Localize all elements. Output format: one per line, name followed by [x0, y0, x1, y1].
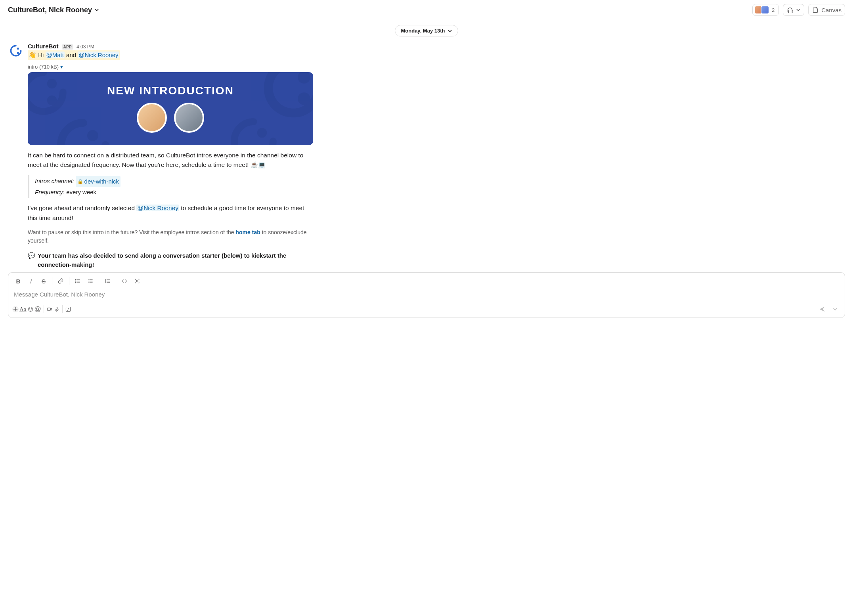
date-label: Monday, May 13th — [401, 28, 445, 34]
selected-prefix: I've gone ahead and randomly selected — [28, 205, 136, 211]
svg-point-9 — [257, 145, 267, 145]
member-count: 2 — [772, 7, 775, 13]
message-body: CultureBot APP 4:03 PM 👋 Hi @Matt and @N… — [28, 43, 845, 269]
video-icon — [46, 306, 53, 312]
send-options-button[interactable] — [830, 305, 841, 313]
emoji-button[interactable] — [27, 306, 34, 312]
message: CultureBot APP 4:03 PM 👋 Hi @Matt and @N… — [8, 43, 845, 269]
svg-point-2 — [47, 79, 57, 89]
date-pill[interactable]: Monday, May 13th — [395, 25, 458, 36]
svg-point-1 — [17, 52, 19, 54]
send-group — [815, 304, 841, 314]
svg-rect-17 — [56, 307, 57, 310]
conversation-starter: 💬 Your team has also decided to send alo… — [28, 251, 313, 270]
members-button[interactable]: 2 — [752, 4, 779, 16]
slash-box-icon — [65, 306, 71, 312]
chevron-down-icon — [833, 307, 838, 312]
sender-name[interactable]: CultureBot — [28, 43, 59, 50]
svg-point-8 — [257, 128, 267, 138]
composer-bottom-toolbar: Aa @ — [8, 302, 845, 318]
sender-avatar[interactable] — [8, 43, 24, 59]
code-button[interactable] — [119, 275, 130, 287]
canvas-label: Canvas — [821, 7, 842, 13]
chevron-down-icon — [94, 8, 99, 12]
svg-point-6 — [87, 130, 98, 141]
canvas-button[interactable]: Canvas — [808, 4, 845, 16]
shortcuts-button[interactable] — [65, 306, 71, 312]
frequency-value: : every week — [63, 189, 96, 195]
link-button[interactable] — [55, 275, 67, 287]
attachment-label[interactable]: intro (710 kB) ▾ — [28, 64, 845, 70]
mention-scheduler[interactable]: @Nick Rooney — [136, 205, 179, 211]
headphones-icon — [786, 6, 794, 13]
code-block-button[interactable] — [131, 275, 143, 287]
blockquote-button[interactable] — [101, 275, 113, 287]
mention-button[interactable]: @ — [34, 305, 41, 313]
toolbar-separator — [116, 277, 116, 285]
emoji-icon — [27, 306, 34, 312]
italic-button[interactable]: I — [25, 275, 37, 287]
channel-title-text: CultureBot, Nick Rooney — [8, 6, 92, 14]
intro-paragraph: It can be hard to connect on a distribut… — [28, 151, 313, 170]
blockquote-icon — [104, 278, 111, 284]
culturebot-logo-icon — [9, 44, 23, 58]
channel-name: dev-with-nick — [84, 176, 119, 187]
plus-icon — [12, 306, 19, 312]
link-icon — [57, 278, 64, 284]
home-tab-link[interactable]: home tab — [236, 229, 260, 235]
channel-title[interactable]: CultureBot, Nick Rooney — [8, 6, 99, 14]
composer-wrap: B I S — [0, 272, 853, 326]
huddle-button[interactable] — [783, 4, 804, 16]
toolbar-separator — [99, 277, 99, 285]
avatar — [761, 6, 769, 14]
svg-point-14 — [29, 308, 30, 309]
toolbar-separator — [62, 305, 63, 313]
code-icon — [121, 278, 128, 284]
channel-row: Intros channel: 🔒dev-with-nick — [35, 176, 845, 187]
ordered-list-icon — [75, 278, 81, 284]
caret-down-icon: ▾ — [60, 64, 63, 70]
quote-block: Intros channel: 🔒dev-with-nick Frequency… — [28, 175, 845, 198]
channel-header: CultureBot, Nick Rooney 2 Canvas — [0, 0, 853, 20]
intro-avatars — [137, 103, 204, 133]
channel-label: Intros channel: — [35, 178, 74, 184]
formatting-toggle-button[interactable]: Aa — [19, 306, 27, 313]
bold-button[interactable]: B — [12, 275, 24, 287]
message-time[interactable]: 4:03 PM — [77, 44, 94, 50]
toolbar-separator — [69, 277, 69, 285]
greeting-line: 👋 Hi @Matt and @Nick Rooney — [28, 50, 845, 60]
strikethrough-button[interactable]: S — [38, 275, 50, 287]
composer-input-wrap — [8, 289, 845, 302]
greeting-prefix: Hi — [38, 52, 45, 58]
hint-prefix: Want to pause or skip this intro in the … — [28, 229, 236, 235]
code-block-icon — [134, 278, 140, 284]
composer: B I S — [8, 272, 845, 318]
video-button[interactable] — [46, 306, 53, 312]
wave-emoji: 👋 — [29, 52, 36, 58]
intro-avatar-1 — [137, 103, 167, 133]
mention-matt[interactable]: @Matt — [46, 52, 65, 58]
toolbar-separator — [52, 277, 52, 285]
lock-icon: 🔒 — [77, 178, 83, 186]
format-toolbar: B I S — [8, 273, 845, 289]
audio-button[interactable] — [54, 306, 60, 312]
conversation-starter-text: Your team has also decided to send along… — [38, 251, 313, 270]
greeting-mid: and — [65, 52, 78, 58]
ordered-list-button[interactable] — [72, 275, 84, 287]
send-icon — [819, 306, 826, 313]
mention-nick[interactable]: @Nick Rooney — [78, 52, 119, 58]
selected-paragraph: I've gone ahead and randomly selected @N… — [28, 203, 313, 222]
chevron-down-icon — [448, 29, 452, 33]
channel-chip[interactable]: 🔒dev-with-nick — [76, 176, 121, 187]
date-divider: Monday, May 13th — [0, 25, 853, 36]
send-button[interactable] — [815, 304, 829, 314]
attachment-text: intro (710 kB) — [28, 64, 59, 70]
intro-card[interactable]: NEW INTRODUCTION — [28, 72, 313, 145]
canvas-icon — [812, 6, 819, 13]
message-input[interactable] — [14, 291, 839, 298]
svg-point-13 — [28, 307, 33, 312]
intro-avatar-2 — [174, 103, 204, 133]
bullet-list-button[interactable] — [84, 275, 96, 287]
message-area: CultureBot APP 4:03 PM 👋 Hi @Matt and @N… — [0, 36, 853, 272]
attach-button[interactable] — [12, 306, 19, 312]
